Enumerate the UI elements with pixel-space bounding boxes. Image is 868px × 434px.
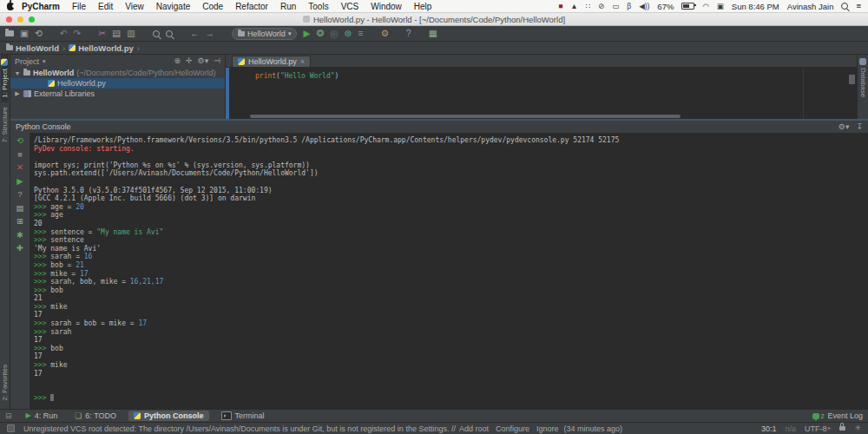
- redo-icon[interactable]: ↷: [74, 29, 82, 38]
- airplay-icon[interactable]: ▭: [612, 3, 619, 10]
- vcs-link-add-root[interactable]: Add root: [459, 424, 489, 433]
- bottom-tab-terminal[interactable]: Terminal: [216, 411, 270, 421]
- project-panel-header: Project ▾ ⊗✛⚙▾⊣: [10, 55, 225, 68]
- toolwindow-button-database[interactable]: Database: [859, 55, 867, 101]
- synchronize-icon[interactable]: ⟲: [35, 29, 43, 38]
- menu-item-file[interactable]: File: [66, 2, 92, 11]
- rerun-icon[interactable]: ⟲: [16, 136, 23, 145]
- profile-icon[interactable]: ⊚: [344, 29, 352, 38]
- project-header-icons: ⊗✛⚙▾⊣: [174, 57, 220, 65]
- vcs-link-configure[interactable]: Configure: [496, 424, 529, 433]
- project-panel-title[interactable]: Project: [15, 57, 39, 66]
- bottom-tab-4-run[interactable]: ▶4: Run: [21, 411, 63, 421]
- menu-item-window[interactable]: Window: [365, 2, 408, 11]
- menu-item-refactor[interactable]: Refactor: [229, 2, 274, 11]
- collapse-all-icon[interactable]: ⊗: [174, 57, 181, 65]
- caret-position-widget[interactable]: 30:1: [761, 424, 777, 433]
- copy-icon[interactable]: ▤: [112, 29, 121, 38]
- wifi-icon[interactable]: ◠: [702, 3, 708, 10]
- background-tasks-icon[interactable]: [7, 424, 15, 432]
- code-line[interactable]: print("Hello World"): [226, 68, 857, 80]
- console-text[interactable]: /Library/Frameworks/Python.framework/Ver…: [30, 133, 868, 409]
- bottom-tab-6-todo[interactable]: ❏6: TODO: [69, 411, 122, 421]
- do-not-disturb-icon[interactable]: ⊘: [598, 3, 604, 10]
- chevron-down-icon[interactable]: ▾: [43, 58, 46, 65]
- spotlight-icon[interactable]: [841, 3, 848, 10]
- notification-center-icon[interactable]: ≡: [856, 2, 861, 10]
- undo-icon[interactable]: ↶: [60, 29, 68, 38]
- run-icon[interactable]: ▶: [303, 29, 310, 38]
- settings-wrench-icon[interactable]: ⚙: [380, 29, 388, 38]
- menu-user[interactable]: Avinash Jain: [787, 2, 834, 11]
- input-source-icon[interactable]: ▣: [717, 3, 724, 10]
- save-all-icon[interactable]: ▣: [20, 29, 29, 38]
- lock-icon[interactable]: [839, 426, 845, 431]
- editor-tab-helloworld[interactable]: HelloWorld.py ×: [232, 56, 311, 67]
- forward-icon[interactable]: →: [206, 29, 215, 38]
- volume-icon[interactable]: ◀)): [639, 3, 649, 10]
- editor-horizontal-scrollbar[interactable]: [250, 115, 681, 118]
- debug-icon[interactable]: ❂: [316, 29, 324, 38]
- toolwindow-button-structure[interactable]: 7: Structure: [1, 102, 9, 147]
- paste-icon[interactable]: ▥: [127, 29, 135, 38]
- dots-status-icon[interactable]: ∷: [586, 3, 590, 10]
- toolwindow-switch-icon[interactable]: ▦: [429, 29, 437, 38]
- open-icon[interactable]: [5, 30, 14, 36]
- menu-item-navigate[interactable]: Navigate: [150, 2, 196, 11]
- tree-row-helloworld[interactable]: ▼HelloWorld (~/Documents/Code/Python/Hel…: [10, 68, 225, 78]
- concurrency-diagram-icon[interactable]: ≡: [358, 29, 363, 38]
- vcs-link-ignore[interactable]: Ignore: [536, 424, 559, 433]
- menu-item-code[interactable]: Code: [196, 2, 229, 11]
- scroll-to-end-icon[interactable]: ⊞: [16, 217, 23, 226]
- toolwindow-button-favorites[interactable]: 2: Favorites: [1, 360, 9, 405]
- menu-item-vcs[interactable]: VCS: [335, 2, 365, 11]
- encoding-widget[interactable]: UTF-8÷: [805, 424, 831, 433]
- screen-record-icon[interactable]: ■: [558, 3, 562, 10]
- editor-body[interactable]: print("Hello World"): [226, 68, 857, 119]
- console-settings-icon[interactable]: ⚙▾: [838, 123, 850, 131]
- stop-icon[interactable]: ■: [17, 150, 23, 159]
- apple-menu-icon[interactable]: [7, 3, 14, 10]
- execute-icon[interactable]: ▶: [16, 177, 23, 186]
- close-icon[interactable]: ✕: [16, 163, 23, 172]
- python-file-icon: [238, 58, 245, 65]
- add-console-icon[interactable]: ✚: [16, 244, 23, 253]
- panel-settings-icon[interactable]: ⚙▾: [198, 57, 209, 65]
- menu-item-edit[interactable]: Edit: [92, 2, 119, 11]
- history-icon[interactable]: ▤: [16, 204, 24, 213]
- coverage-icon[interactable]: ◎: [330, 29, 338, 38]
- bottom-tab-python-console[interactable]: Python Console: [128, 411, 209, 421]
- toolwindow-anchor-icon[interactable]: ⊟: [5, 412, 12, 420]
- breadcrumb-helloworld[interactable]: HelloWorld: [6, 43, 59, 53]
- menu-item-view[interactable]: View: [119, 2, 150, 11]
- tree-row-external-libraries[interactable]: ▶External Libraries: [10, 89, 225, 99]
- menu-item-tools[interactable]: Tools: [302, 2, 334, 11]
- console-help-icon[interactable]: ?: [17, 190, 22, 199]
- menu-item-help[interactable]: Help: [408, 2, 438, 11]
- scroll-from-source-icon[interactable]: ✛: [186, 57, 193, 65]
- run-configuration-combo[interactable]: HelloWorld▾: [232, 28, 297, 40]
- hide-console-icon[interactable]: ↧: [856, 123, 863, 131]
- project-tree: ▼HelloWorld (~/Documents/Code/Python/Hel…: [10, 68, 225, 99]
- help-icon[interactable]: ?: [406, 29, 411, 38]
- menu-clock[interactable]: Sun 8:46 PM: [732, 2, 779, 11]
- editor-vertical-scrollbar[interactable]: [849, 75, 855, 84]
- toolwindow-button-project[interactable]: 1: Project: [1, 55, 9, 102]
- hide-panel-icon[interactable]: ⊣: [214, 57, 220, 65]
- breadcrumb-helloworld.py[interactable]: HelloWorld.py: [69, 43, 134, 53]
- bluetooth-icon[interactable]: β: [627, 3, 631, 10]
- back-icon[interactable]: ←: [190, 29, 200, 38]
- drive-icon[interactable]: ▲: [570, 3, 577, 10]
- cut-icon[interactable]: ✂: [98, 29, 106, 38]
- close-tab-icon[interactable]: ×: [300, 57, 305, 66]
- battery-icon: [681, 3, 694, 10]
- tree-row-helloworld-py[interactable]: HelloWorld.py: [10, 78, 225, 89]
- event-log-button[interactable]: 2 Event Log: [812, 411, 863, 420]
- hector-inspections-icon[interactable]: ✳: [854, 424, 861, 432]
- menu-item-pycharm[interactable]: PyCharm: [16, 2, 66, 11]
- variables-view-icon[interactable]: ✱: [16, 231, 23, 240]
- menu-item-run[interactable]: Run: [274, 2, 302, 11]
- find-icon[interactable]: [153, 30, 160, 37]
- replace-icon[interactable]: [166, 30, 173, 37]
- console-line: 20: [34, 220, 868, 228]
